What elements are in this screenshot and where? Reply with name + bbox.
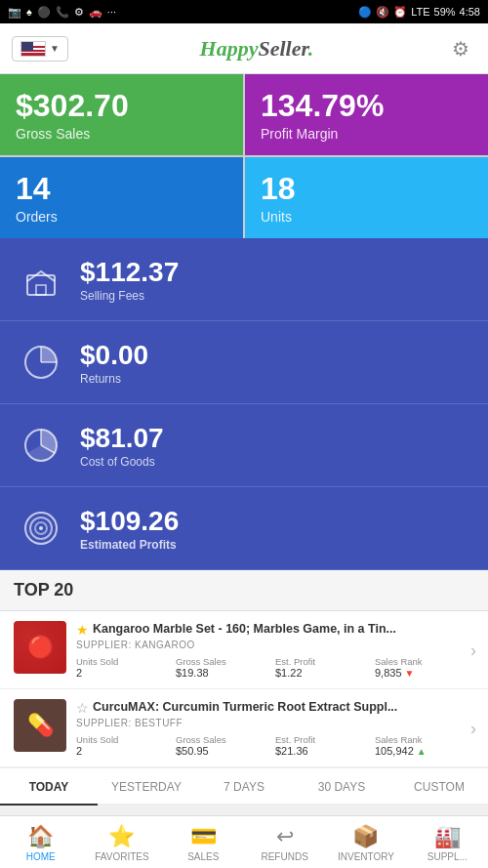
marbles-thumb-image: 🔴 — [14, 621, 66, 674]
nav-refunds-label: REFUNDS — [261, 851, 307, 862]
product-stats-curcumax: Units Sold 2 Gross Sales $50.95 Est. Pro… — [76, 734, 474, 757]
chevron-right-icon-2: › — [470, 718, 476, 738]
product-title-curcumax: CurcuMAX: Curcumin Turmeric Root Extract… — [93, 699, 397, 715]
cost-of-goods-icon — [16, 420, 66, 471]
gross-sales-value: $302.70 — [16, 88, 227, 124]
product-stats-marbles: Units Sold 2 Gross Sales $19.38 Est. Pro… — [76, 656, 474, 679]
more-icon: ··· — [107, 6, 116, 18]
returns-info: $0.00 Returns — [80, 340, 472, 386]
sales-rank-value-2: 105,942 ▲ — [375, 745, 474, 757]
tab-yesterday[interactable]: YESTERDAY — [98, 768, 195, 806]
gear-status-icon: ⚙ — [74, 6, 84, 19]
supply-icon: 🏭 — [434, 824, 461, 849]
top20-header: TOP 20 — [0, 570, 488, 611]
stats-section: $112.37 Selling Fees $0.00 Returns — [0, 238, 488, 570]
orders-tile: 14 Orders — [0, 157, 243, 238]
alarm-icon: ⏰ — [393, 6, 407, 19]
rank-trend-icon-2: ▲ — [417, 746, 427, 757]
selling-fees-row: $112.37 Selling Fees — [0, 238, 488, 321]
mute-icon: 🔇 — [376, 6, 389, 19]
tab-custom[interactable]: CUSTOM — [390, 768, 488, 806]
estimated-profits-icon — [16, 503, 66, 554]
nav-sales[interactable]: 💳 SALES — [163, 816, 244, 868]
tab-30days[interactable]: 30 DAYS — [293, 768, 390, 806]
cost-of-goods-value: $81.07 — [80, 423, 472, 454]
rank-trend-icon-1: ▼ — [405, 668, 415, 679]
est-profit-label-2: Est. Profit — [275, 734, 375, 745]
bluetooth-icon: 🔵 — [358, 6, 372, 19]
selling-fees-info: $112.37 Selling Fees — [80, 257, 472, 303]
units-sold-col: Units Sold 2 — [76, 656, 176, 679]
nav-favorites[interactable]: ⭐ FAVORITES — [81, 816, 162, 868]
product-supplier-curcumax: SUPPLIER: BESTUFF — [76, 718, 474, 728]
country-selector[interactable]: ▼ — [12, 36, 68, 62]
chevron-right-icon-1: › — [470, 640, 476, 660]
date-tabs: TODAY YESTERDAY 7 DAYS 30 DAYS CUSTOM — [0, 767, 488, 806]
cost-of-goods-row: $81.07 Cost of Goods — [0, 404, 488, 487]
car-icon: 🚗 — [89, 6, 102, 19]
favorites-icon: ⭐ — [108, 824, 135, 849]
product-item-2[interactable]: 💊 ☆ CurcuMAX: Curcumin Turmeric Root Ext… — [0, 689, 488, 767]
svg-point-11 — [39, 526, 43, 530]
sales-icon: 💳 — [190, 824, 217, 849]
orders-label: Orders — [16, 209, 227, 225]
product-title-marbles: Kangaroo Marble Set - 160; Marbles Game,… — [93, 621, 396, 637]
est-profit-col-1: Est. Profit $1.22 — [275, 656, 375, 679]
bottom-nav: 🏠 HOME ⭐ FAVORITES 💳 SALES ↩ REFUNDS 📦 I… — [0, 815, 488, 868]
status-right-icons: 🔵 🔇 ⏰ LTE 59% 4:58 — [358, 6, 480, 19]
units-sold-col-2: Units Sold 2 — [76, 734, 176, 757]
product-item[interactable]: 🔴 ★ Kangaroo Marble Set - 160; Marbles G… — [0, 611, 488, 689]
units-value: 18 — [261, 171, 472, 207]
units-label: Units — [261, 209, 472, 225]
gross-sales-tile: $302.70 Gross Sales — [0, 74, 243, 155]
metrics-grid: $302.70 Gross Sales 134.79% Profit Margi… — [0, 74, 488, 238]
product-thumb-curcumax: 💊 — [14, 699, 66, 752]
nav-inventory[interactable]: 📦 INVENTORY — [325, 816, 406, 868]
units-tile: 18 Units — [245, 157, 488, 238]
units-sold-value-2: 2 — [76, 745, 176, 757]
sales-rank-label-1: Sales Rank — [375, 656, 474, 667]
gross-sales-label: Gross Sales — [16, 126, 227, 142]
orders-value: 14 — [16, 171, 227, 207]
returns-icon — [16, 337, 66, 388]
selling-fees-value: $112.37 — [80, 257, 472, 288]
selling-fees-label: Selling Fees — [80, 289, 472, 303]
circle-icon: ⚫ — [37, 6, 51, 19]
cost-of-goods-label: Cost of Goods — [80, 455, 472, 469]
est-profit-value-2: $21.36 — [275, 745, 375, 757]
refunds-icon: ↩ — [276, 824, 294, 849]
returns-label: Returns — [80, 372, 472, 386]
units-sold-label: Units Sold — [76, 656, 176, 667]
home-icon: 🏠 — [27, 824, 54, 849]
nav-home[interactable]: 🏠 HOME — [0, 816, 81, 868]
gross-sales-col-2: Gross Sales $50.95 — [176, 734, 275, 757]
gross-sales-label-2: Gross Sales — [176, 734, 275, 745]
sales-rank-col-2: Sales Rank 105,942 ▲ — [375, 734, 474, 757]
status-bar: 📷 ♠ ⚫ 📞 ⚙ 🚗 ··· 🔵 🔇 ⏰ LTE 59% 4:58 — [0, 0, 488, 23]
estimated-profits-info: $109.26 Estimated Profits — [80, 506, 472, 552]
status-left-icons: 📷 ♠ ⚫ 📞 ⚙ 🚗 ··· — [8, 6, 116, 19]
est-profit-value-1: $1.22 — [275, 667, 375, 679]
nav-sales-label: SALES — [187, 851, 219, 862]
nav-favorites-label: FAVORITES — [95, 851, 148, 862]
tab-today[interactable]: TODAY — [0, 768, 98, 806]
tab-7days[interactable]: 7 DAYS — [195, 768, 293, 806]
camera-icon: 📷 — [8, 6, 21, 19]
settings-button[interactable]: ⚙ — [445, 33, 476, 64]
battery-indicator: 59% — [434, 6, 456, 18]
nav-supply[interactable]: 🏭 SUPPL... — [407, 816, 488, 868]
cost-of-goods-info: $81.07 Cost of Goods — [80, 423, 472, 469]
nav-inventory-label: INVENTORY — [338, 851, 394, 862]
returns-row: $0.00 Returns — [0, 321, 488, 404]
estimated-profits-row: $109.26 Estimated Profits — [0, 487, 488, 570]
gross-sales-col-1: Gross Sales $19.38 — [176, 656, 275, 679]
profit-margin-label: Profit Margin — [261, 126, 472, 142]
top-nav: ▼ HappySeller. ⚙ — [0, 23, 488, 74]
gross-sales-value-2: $50.95 — [176, 745, 275, 757]
spade-icon: ♠ — [26, 6, 32, 18]
nav-refunds[interactable]: ↩ REFUNDS — [244, 816, 325, 868]
curcumax-thumb-image: 💊 — [14, 699, 66, 752]
profit-margin-tile: 134.79% Profit Margin — [245, 74, 488, 155]
units-sold-label-2: Units Sold — [76, 734, 176, 745]
nav-home-label: HOME — [26, 851, 56, 862]
